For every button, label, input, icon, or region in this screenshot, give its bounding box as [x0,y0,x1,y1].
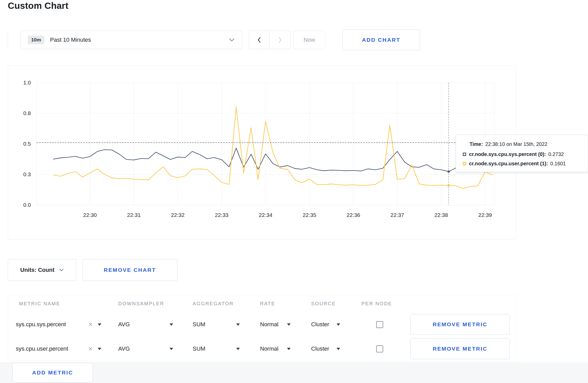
x-tick-label: 22:39 [478,212,492,218]
x-tick-label: 22:33 [215,212,229,218]
crosshair-dot-0 [447,171,450,173]
x-tick-label: 22:36 [347,212,360,218]
aggregator-cell: SUM [193,345,260,352]
metric-name-value: sys.cpu.sys.percent [16,321,66,328]
col-header-per-node: PER NODE [361,301,410,307]
chevron-right-icon [278,36,282,44]
tooltip-series-value: 0.1601 [550,161,566,167]
metric-name-select[interactable]: sys.cpu.sys.percent × [16,321,101,328]
rate-value: Normal [260,321,278,328]
add-chart-button[interactable]: ADD CHART [342,30,420,50]
rate-cell: Normal [260,321,311,328]
remove-metric-button[interactable]: REMOVE METRIC [410,338,510,359]
aggregator-value: SUM [193,345,205,352]
source-value: Cluster [311,345,329,352]
series-line-0 [54,148,493,172]
col-header-source: SOURCE [311,301,361,307]
caret-down-icon [236,348,240,350]
prev-time-button[interactable] [249,31,270,49]
metric-name-cell: sys.cpu.user.percent × [16,345,118,352]
chart-tooltip: Time: 22:38:10 on Mar 15th, 2022 cr.node… [456,135,588,172]
aggregator-select[interactable]: SUM [193,345,240,352]
chevron-down-icon [59,268,64,272]
downsampler-cell: AVG [118,345,193,352]
tooltip-series-name: cr.node.sys.cpu.user.percent (1): [469,161,548,167]
x-tick-label: 22:32 [171,212,185,218]
caret-down-icon [170,348,173,350]
remove-chart-button[interactable]: REMOVE CHART [82,259,177,281]
per-node-cell [361,321,410,328]
page-title: Custom Chart [8,1,68,11]
units-dropdown[interactable]: Units: Count [8,259,76,281]
y-tick-label: 0.0 [23,202,31,208]
source-cell: Cluster [311,321,361,328]
source-select[interactable]: Cluster [311,321,340,328]
sys-series-swatch-icon [463,153,466,156]
per-node-checkbox[interactable] [376,321,383,328]
rate-select[interactable]: Normal [260,345,291,352]
chevron-down-icon [229,38,235,42]
col-header-rate: RATE [260,301,311,307]
caret-down-icon [170,323,173,326]
caret-down-icon [287,348,291,350]
tooltip-time-label: Time: [470,141,483,147]
y-tick-label: 0.8 [23,110,31,116]
downsampler-select[interactable]: AVG [118,321,173,328]
x-tick-label: 22:31 [127,212,141,218]
x-tick-label: 22:34 [259,212,272,218]
tooltip-time-row: Time: 22:38:10 on Mar 15th, 2022 [463,141,581,147]
rate-value: Normal [260,345,278,352]
downsampler-select[interactable]: AVG [118,345,173,352]
chart-card[interactable]: 0.00.30.50.81.022:3022:3122:3222:3322:34… [8,65,516,239]
x-tick-label: 22:30 [83,212,97,218]
x-tick-label: 22:35 [303,212,316,218]
aggregator-cell: SUM [193,321,260,328]
x-tick-label: 22:38 [434,212,448,218]
caret-down-icon [236,323,240,326]
remove-metric-cell: REMOVE METRIC [410,338,510,359]
metrics-table: METRIC NAME DOWNSAMPLER AGGREGATOR RATE … [8,295,516,361]
metrics-table-header: METRIC NAME DOWNSAMPLER AGGREGATOR RATE … [8,295,516,312]
chevron-left-icon [257,36,261,44]
line-chart: 0.00.30.50.81.022:3022:3122:3222:3322:34… [8,66,516,239]
y-tick-label: 1.0 [23,80,31,86]
aggregator-select[interactable]: SUM [193,321,240,328]
col-header-metric-name: METRIC NAME [19,301,118,307]
downsampler-value: AVG [118,321,130,328]
next-time-button[interactable] [270,31,290,49]
units-label: Units: Count [20,267,54,273]
per-node-cell [361,345,410,352]
source-value: Cluster [311,321,329,328]
time-nav-group [249,31,290,49]
per-node-checkbox[interactable] [376,345,383,352]
metric-name-cell: sys.cpu.sys.percent × [16,321,118,328]
toolbar-left-divider [8,31,8,49]
series-line-1 [54,107,493,189]
col-header-downsampler: DOWNSAMPLER [118,301,193,307]
remove-metric-cell: REMOVE METRIC [410,314,510,335]
metric-name-select[interactable]: sys.cpu.user.percent × [16,345,101,352]
add-metric-button[interactable]: ADD METRIC [12,363,93,382]
caret-down-icon [98,323,101,326]
caret-down-icon [337,323,340,326]
tooltip-series-row: cr.node.sys.cpu.user.percent (1): 0.1601 [463,161,581,167]
now-button[interactable]: Now [293,31,325,49]
col-header-aggregator: AGGREGATOR [193,301,260,307]
x-tick-label: 22:37 [390,212,404,218]
aggregator-value: SUM [193,321,205,328]
downsampler-value: AVG [118,345,130,352]
source-select[interactable]: Cluster [311,345,340,352]
metric-row: sys.cpu.sys.percent × AVG SUM N [8,312,516,337]
tooltip-series-name: cr.node.sys.cpu.sys.percent (0): [469,151,546,157]
caret-down-icon [337,348,340,350]
caret-down-icon [287,323,291,326]
tooltip-series-row: cr.node.sys.cpu.sys.percent (0): 0.2732 [463,151,581,157]
remove-metric-button[interactable]: REMOVE METRIC [410,314,510,335]
clear-metric-icon[interactable]: × [88,345,93,352]
clear-metric-icon[interactable]: × [88,321,93,328]
rate-select[interactable]: Normal [260,321,291,328]
time-range-dropdown[interactable]: 10m Past 10 Minutes [20,31,242,49]
y-tick-label: 0.5 [23,141,31,147]
tooltip-time-value: 22:38:10 on Mar 15th, 2022 [485,141,548,147]
rate-cell: Normal [260,345,311,352]
